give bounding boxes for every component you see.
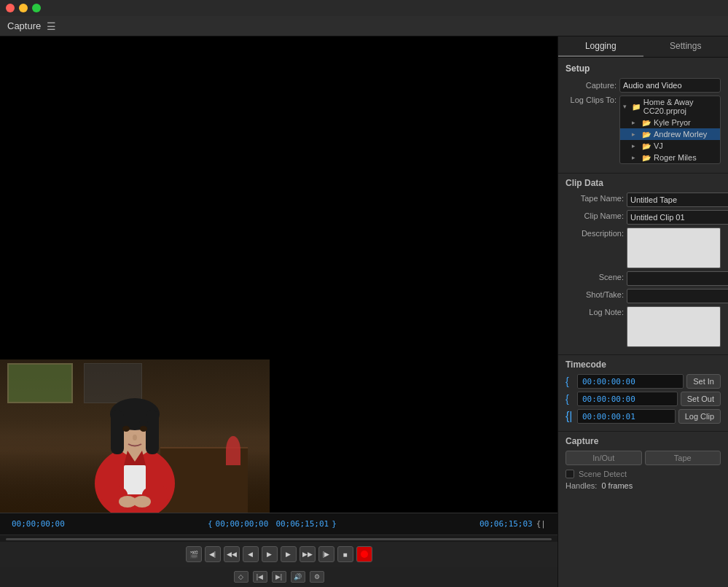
- svg-point-8: [140, 426, 147, 432]
- stop-button[interactable]: ■: [337, 546, 353, 562]
- in-bracket-icon: {: [565, 376, 574, 387]
- tree-vj-label: VJ: [654, 141, 663, 150]
- out-bracket-icon: {: [565, 393, 574, 405]
- tc-mid-area: { 00;00;00;00 00;06;15;01 }: [208, 519, 337, 529]
- film-icon-button[interactable]: 🎬: [186, 546, 202, 562]
- tape-name-label: Tape Name:: [565, 193, 624, 203]
- chevron-right-icon-vj: ▸: [632, 142, 639, 149]
- description-label: Description:: [565, 228, 624, 238]
- capture-controls-title: Capture: [565, 436, 721, 446]
- shot-take-label: Shot/Take:: [565, 289, 624, 299]
- svg-point-15: [133, 496, 151, 508]
- record-button[interactable]: [356, 546, 372, 562]
- goto-out-button[interactable]: ▶|: [272, 571, 286, 583]
- capture-controls-section: Capture In/Out Tape Scene Detect Handles…: [558, 432, 728, 494]
- play-button[interactable]: ▶: [262, 546, 278, 562]
- step-back-button[interactable]: ◀|: [205, 546, 221, 562]
- scene-label: Scene:: [565, 271, 624, 281]
- rewind-button[interactable]: ◀◀: [224, 546, 240, 562]
- tree-item-andrew[interactable]: ▸ 📂 Andrew Morley: [620, 128, 720, 140]
- close-button[interactable]: [6, 4, 15, 12]
- dur-bracket-icon: {|: [565, 410, 574, 423]
- menu-icon[interactable]: ☰: [47, 20, 56, 32]
- toolbar: Capture ☰: [0, 16, 728, 36]
- tab-settings[interactable]: Settings: [643, 36, 729, 57]
- minimize-button[interactable]: [19, 4, 28, 12]
- maximize-button[interactable]: [32, 4, 41, 12]
- folder-icon: 📁: [632, 103, 641, 111]
- shot-take-input[interactable]: [627, 289, 728, 303]
- frame-back-button[interactable]: ◀: [243, 546, 259, 562]
- scene-detect-checkbox[interactable]: [565, 470, 574, 478]
- folder-icon-roger: 📂: [642, 154, 651, 162]
- capture-label: Capture:: [565, 81, 617, 90]
- video-frame: [0, 359, 270, 513]
- in-out-capture-button[interactable]: In/Out: [565, 451, 642, 465]
- tc-dur-value: 00:00:00:01: [577, 409, 676, 424]
- marker-button[interactable]: ◇: [234, 571, 248, 583]
- tab-logging[interactable]: Logging: [558, 36, 643, 57]
- goto-in-button[interactable]: |◀: [253, 571, 267, 583]
- set-out-button[interactable]: Set Out: [681, 392, 721, 406]
- scrubber-bar[interactable]: [0, 534, 557, 542]
- tc-in-row: { 00:00:00:00 Set In: [565, 374, 721, 389]
- handles-value: 0 frames: [601, 481, 633, 490]
- tape-name-input[interactable]: [627, 193, 728, 207]
- scene-detect-label: Scene Detect: [579, 470, 627, 478]
- tc-in-value: 00:00:00:00: [577, 374, 684, 389]
- set-in-button[interactable]: Set In: [686, 374, 721, 389]
- svg-rect-9: [122, 421, 130, 423]
- folder-icon-kyle: 📂: [642, 119, 651, 127]
- svg-point-7: [122, 426, 130, 432]
- chevron-right-icon-andrew: ▸: [632, 131, 639, 138]
- chevron-right-icon: ▸: [632, 119, 639, 126]
- tree-item-vj[interactable]: ▸ 📂 VJ: [620, 140, 720, 152]
- right-panel: Logging Settings Setup Capture: Audio an…: [557, 36, 728, 587]
- tree-item-kyle[interactable]: ▸ 📂 Kyle Pryor: [620, 117, 720, 128]
- tree-roger-label: Roger Miles: [654, 153, 697, 162]
- tree-andrew-label: Andrew Morley: [654, 130, 707, 139]
- folder-icon-vj: 📂: [642, 142, 651, 150]
- log-note-textarea[interactable]: [627, 306, 721, 347]
- tc-in-marker: { 00;00;00;00: [208, 519, 268, 529]
- scene-input[interactable]: [627, 271, 728, 286]
- svg-rect-1: [124, 465, 146, 494]
- scene-detect-row: Scene Detect: [565, 470, 721, 478]
- tc-start: 00;00;00;00: [12, 519, 65, 529]
- clip-name-input[interactable]: [627, 210, 728, 225]
- tc-end-marker: 00;06;15;03 {|: [480, 519, 546, 529]
- description-textarea[interactable]: [627, 228, 721, 268]
- tree-kyle-label: Kyle Pryor: [654, 118, 691, 127]
- chevron-right-icon-roger: ▸: [632, 154, 639, 161]
- log-note-label: Log Note:: [565, 306, 624, 316]
- title-bar: [0, 0, 728, 16]
- fast-forward-button[interactable]: ▶▶: [300, 546, 316, 562]
- shot-take-row: Shot/Take:: [565, 289, 721, 303]
- tree-project-label: Home & Away CC20.prproj: [643, 98, 717, 115]
- tree-item-roger[interactable]: ▸ 📂 Roger Miles: [620, 152, 720, 163]
- log-clip-button[interactable]: Log Clip: [678, 409, 721, 424]
- chevron-down-icon: ▾: [623, 103, 629, 110]
- handles-row: Handles: 0 frames: [565, 481, 721, 490]
- svg-rect-10: [139, 421, 148, 423]
- capture-select[interactable]: Audio and Video: [619, 78, 721, 93]
- tc-out-row: { 00:00:00:00 Set Out: [565, 392, 721, 406]
- log-clips-row: Log Clips To: ▾ 📁 Home & Away CC20.prpro…: [565, 96, 721, 164]
- video-panel: Capture Device Offline.: [0, 36, 557, 587]
- svg-rect-6: [146, 411, 159, 454]
- setup-title: Setup: [565, 63, 721, 74]
- person-svg: [58, 359, 211, 513]
- clip-name-label: Clip Name:: [565, 210, 624, 220]
- transport-bar: 🎬 ◀| ◀◀ ◀ ▶ ▶ ▶▶ |▶ ■: [0, 542, 557, 567]
- step-forward-button[interactable]: |▶: [318, 546, 334, 562]
- capture-buttons: In/Out Tape: [565, 451, 721, 465]
- audio-button[interactable]: 🔊: [291, 571, 305, 583]
- tree-item-project[interactable]: ▾ 📁 Home & Away CC20.prproj: [620, 96, 720, 117]
- svg-rect-5: [111, 411, 124, 454]
- log-clips-tree: ▾ 📁 Home & Away CC20.prproj ▸ 📂 Kyle Pry…: [619, 96, 721, 164]
- timecode-title: Timecode: [565, 359, 721, 370]
- tape-capture-button[interactable]: Tape: [645, 451, 721, 465]
- svg-point-11: [133, 435, 137, 440]
- frame-forward-button[interactable]: ▶: [281, 546, 297, 562]
- settings-button[interactable]: ⚙: [310, 571, 324, 583]
